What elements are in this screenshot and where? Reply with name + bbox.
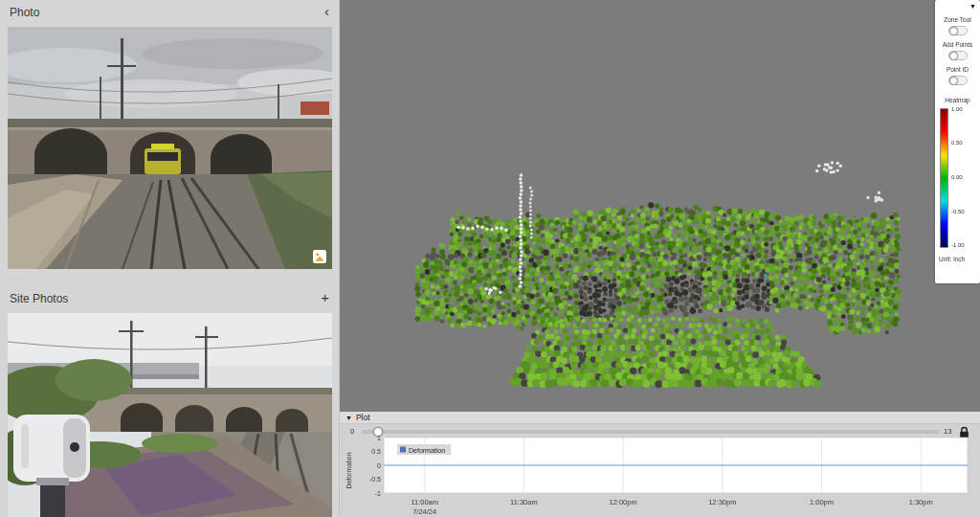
heatmap-legend: 1.00 0.50 0.00 -0.50 -1.00	[935, 108, 980, 250]
chart-x-tick-label: 12:30pm	[708, 498, 736, 506]
app-window: Photo ‹	[0, 0, 980, 517]
plot-panel-title: Plot	[356, 413, 370, 422]
point-cloud-canvas[interactable]	[340, 0, 980, 412]
time-slider[interactable]	[362, 430, 939, 434]
zone-tool-toggle-knob	[949, 27, 958, 35]
chart-y-tick-label: 1	[377, 435, 381, 441]
site-photos-panel-title: Site Photos	[10, 292, 68, 305]
heatmap-gradient-bar	[940, 108, 948, 248]
main-photo[interactable]	[8, 27, 332, 269]
main-photo-image	[8, 27, 332, 269]
heatmap-unit-label: Unit: inch	[935, 256, 980, 262]
heatmap-tick: 0.50	[951, 140, 963, 146]
plot-collapse-icon[interactable]: ▼	[345, 415, 352, 421]
site-photos-panel-header: Site Photos +	[0, 286, 339, 311]
chart-y-tick-label: 0	[377, 462, 381, 469]
chart-x-tick-label: 12:00pm	[610, 498, 637, 506]
site-photo[interactable]	[8, 313, 332, 517]
heatmap-tick: 1.00	[951, 106, 963, 112]
site-photo-image	[8, 313, 332, 517]
zone-tool-toggle[interactable]	[948, 26, 968, 35]
chart-y-tick-label: 0.5	[371, 448, 381, 455]
heatmap-tick: 0.00	[951, 174, 963, 180]
sidebar: Photo ‹	[0, 0, 340, 517]
chart-x-tick-label: 1:00pm	[810, 498, 834, 506]
tools-panel-collapse-icon[interactable]: ▼	[935, 2, 980, 11]
add-points-toggle-knob	[949, 52, 958, 60]
point-cloud-viewport[interactable]: ▼ Zone Tool Add Points Point ID Heatmap …	[340, 0, 980, 412]
legend-label: Deformation	[409, 447, 445, 454]
plot-panel: ▼ Plot 0 13 Deformation 11:00am11:30am12…	[340, 412, 980, 517]
photo-panel-header: Photo ‹	[0, 0, 339, 25]
heatmap-tick: -1.00	[951, 242, 965, 248]
point-id-label: Point ID	[935, 66, 980, 73]
add-points-toggle[interactable]	[948, 51, 968, 60]
add-points-label: Add Points	[935, 41, 980, 48]
point-id-toggle[interactable]	[948, 76, 968, 85]
photo-panel-title: Photo	[10, 6, 39, 19]
deformation-chart: 11:00am11:30am12:00pm12:30pm1:00pm1:30pm…	[347, 435, 975, 517]
zone-tool-label: Zone Tool	[935, 16, 980, 23]
viewport-tools-panel: ▼ Zone Tool Add Points Point ID Heatmap …	[935, 0, 980, 283]
legend-swatch	[400, 447, 406, 453]
heatmap-title: Heatmap	[935, 97, 980, 103]
add-site-photo-icon[interactable]: +	[321, 289, 329, 306]
chart-x-tick-label: 11:00am	[411, 498, 438, 506]
chart-date-label: 7/24/24	[412, 507, 436, 516]
image-badge-icon[interactable]	[313, 250, 326, 263]
plot-panel-header: ▼ Plot	[340, 412, 980, 424]
chart-y-tick-label: -0.5	[369, 476, 381, 483]
chart-y-tick-label: -1	[375, 490, 381, 497]
chart-x-tick-label: 11:30am	[510, 498, 538, 506]
point-id-toggle-knob	[949, 77, 958, 85]
collapse-sidebar-icon[interactable]: ‹	[324, 3, 329, 20]
heatmap-tick: -0.50	[951, 209, 965, 214]
chart-x-tick-label: 1:30pm	[909, 498, 933, 506]
